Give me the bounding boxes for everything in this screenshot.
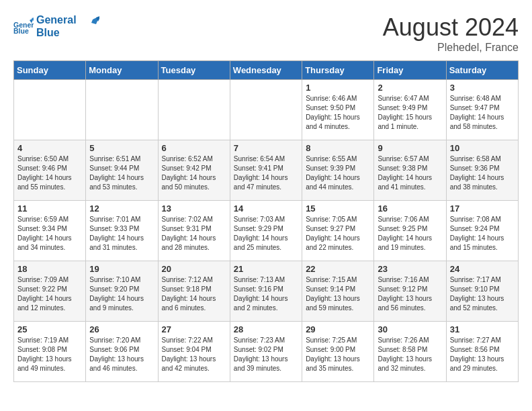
day-number: 6 [162, 143, 226, 153]
day-header-sunday: Sunday [14, 61, 86, 80]
day-info: Sunrise: 7:15 AM Sunset: 9:14 PM Dayligh… [306, 275, 370, 313]
calendar-cell [230, 80, 302, 140]
day-info: Sunrise: 6:54 AM Sunset: 9:41 PM Dayligh… [234, 154, 298, 192]
day-info: Sunrise: 7:03 AM Sunset: 9:29 PM Dayligh… [234, 215, 298, 253]
calendar-cell: 22Sunrise: 7:15 AM Sunset: 9:14 PM Dayli… [302, 261, 374, 322]
logo: General Blue General Blue [13, 13, 99, 39]
day-info: Sunrise: 7:22 AM Sunset: 9:04 PM Dayligh… [162, 336, 226, 373]
day-info: Sunrise: 6:55 AM Sunset: 9:39 PM Dayligh… [306, 154, 370, 192]
bird-icon [79, 16, 99, 36]
day-number: 14 [234, 203, 298, 214]
day-header-friday: Friday [374, 61, 446, 80]
day-info: Sunrise: 6:46 AM Sunset: 9:50 PM Dayligh… [306, 94, 370, 132]
calendar-cell: 15Sunrise: 7:05 AM Sunset: 9:27 PM Dayli… [302, 201, 374, 261]
calendar-cell: 19Sunrise: 7:10 AM Sunset: 9:20 PM Dayli… [86, 261, 158, 322]
day-number: 10 [450, 143, 515, 153]
calendar-cell: 17Sunrise: 7:08 AM Sunset: 9:24 PM Dayli… [446, 201, 518, 261]
day-info: Sunrise: 6:59 AM Sunset: 9:34 PM Dayligh… [17, 215, 82, 253]
calendar-cell [86, 80, 158, 140]
calendar-cell: 9Sunrise: 6:57 AM Sunset: 9:38 PM Daylig… [374, 140, 446, 201]
calendar-cell: 18Sunrise: 7:09 AM Sunset: 9:22 PM Dayli… [14, 261, 86, 322]
calendar-header: SundayMondayTuesdayWednesdayThursdayFrid… [14, 61, 519, 80]
calendar-cell: 14Sunrise: 7:03 AM Sunset: 9:29 PM Dayli… [230, 201, 302, 261]
calendar-cell [158, 80, 230, 140]
day-number: 5 [89, 143, 154, 153]
day-number: 7 [234, 143, 298, 153]
location-subtitle: Plehedel, France [383, 42, 519, 54]
logo-line1: General [36, 13, 77, 26]
calendar-cell: 10Sunrise: 6:58 AM Sunset: 9:36 PM Dayli… [446, 140, 518, 201]
day-info: Sunrise: 7:19 AM Sunset: 9:08 PM Dayligh… [17, 336, 82, 373]
day-info: Sunrise: 7:25 AM Sunset: 9:00 PM Dayligh… [306, 336, 370, 373]
day-number: 11 [17, 203, 82, 214]
day-number: 3 [450, 83, 515, 93]
day-info: Sunrise: 7:27 AM Sunset: 8:56 PM Dayligh… [450, 336, 515, 373]
calendar-cell: 11Sunrise: 6:59 AM Sunset: 9:34 PM Dayli… [14, 201, 86, 261]
calendar-cell: 16Sunrise: 7:06 AM Sunset: 9:25 PM Dayli… [374, 201, 446, 261]
day-number: 18 [17, 264, 82, 274]
day-number: 21 [234, 264, 298, 274]
day-number: 17 [450, 203, 515, 214]
calendar-cell: 25Sunrise: 7:19 AM Sunset: 9:08 PM Dayli… [14, 322, 86, 382]
calendar-cell: 13Sunrise: 7:02 AM Sunset: 9:31 PM Dayli… [158, 201, 230, 261]
day-number: 20 [162, 264, 226, 274]
calendar-cell: 24Sunrise: 7:17 AM Sunset: 9:10 PM Dayli… [446, 261, 518, 322]
day-number: 30 [378, 324, 442, 334]
day-info: Sunrise: 7:17 AM Sunset: 9:10 PM Dayligh… [450, 275, 515, 313]
logo-icon: General Blue [13, 16, 34, 36]
day-info: Sunrise: 6:48 AM Sunset: 9:47 PM Dayligh… [450, 94, 515, 132]
day-header-saturday: Saturday [446, 61, 518, 80]
calendar-cell: 7Sunrise: 6:54 AM Sunset: 9:41 PM Daylig… [230, 140, 302, 201]
day-info: Sunrise: 6:57 AM Sunset: 9:38 PM Dayligh… [378, 154, 442, 192]
calendar-cell: 3Sunrise: 6:48 AM Sunset: 9:47 PM Daylig… [446, 80, 518, 140]
day-number: 4 [17, 143, 82, 153]
day-info: Sunrise: 7:06 AM Sunset: 9:25 PM Dayligh… [378, 215, 442, 253]
day-info: Sunrise: 6:52 AM Sunset: 9:42 PM Dayligh… [162, 154, 226, 192]
day-number: 19 [89, 264, 154, 274]
day-number: 24 [450, 264, 515, 274]
day-header-thursday: Thursday [302, 61, 374, 80]
day-info: Sunrise: 7:23 AM Sunset: 9:02 PM Dayligh… [234, 336, 298, 373]
day-info: Sunrise: 6:50 AM Sunset: 9:46 PM Dayligh… [17, 154, 82, 192]
day-info: Sunrise: 6:58 AM Sunset: 9:36 PM Dayligh… [450, 154, 515, 192]
day-number: 25 [17, 324, 82, 334]
day-info: Sunrise: 7:13 AM Sunset: 9:16 PM Dayligh… [234, 275, 298, 313]
calendar-cell: 29Sunrise: 7:25 AM Sunset: 9:00 PM Dayli… [302, 322, 374, 382]
day-info: Sunrise: 6:47 AM Sunset: 9:49 PM Dayligh… [378, 94, 442, 132]
calendar-cell [14, 80, 86, 140]
day-number: 31 [450, 324, 515, 334]
day-info: Sunrise: 6:51 AM Sunset: 9:44 PM Dayligh… [89, 154, 154, 192]
day-number: 29 [306, 324, 370, 334]
day-number: 28 [234, 324, 298, 334]
day-info: Sunrise: 7:05 AM Sunset: 9:27 PM Dayligh… [306, 215, 370, 253]
calendar-cell: 1Sunrise: 6:46 AM Sunset: 9:50 PM Daylig… [302, 80, 374, 140]
day-number: 9 [378, 143, 442, 153]
page-header: General Blue General Blue August 2024 Pl… [13, 13, 519, 54]
title-block: August 2024 Plehedel, France [383, 13, 519, 54]
logo-line2: Blue [36, 26, 77, 39]
day-number: 22 [306, 264, 370, 274]
day-info: Sunrise: 7:26 AM Sunset: 8:58 PM Dayligh… [378, 336, 442, 373]
day-info: Sunrise: 7:09 AM Sunset: 9:22 PM Dayligh… [17, 275, 82, 313]
day-number: 15 [306, 203, 370, 214]
svg-text:Blue: Blue [13, 27, 29, 35]
calendar-cell: 23Sunrise: 7:16 AM Sunset: 9:12 PM Dayli… [374, 261, 446, 322]
day-header-tuesday: Tuesday [158, 61, 230, 80]
month-year-title: August 2024 [383, 13, 519, 42]
day-number: 27 [162, 324, 226, 334]
calendar-cell: 26Sunrise: 7:20 AM Sunset: 9:06 PM Dayli… [86, 322, 158, 382]
day-number: 8 [306, 143, 370, 153]
day-info: Sunrise: 7:01 AM Sunset: 9:33 PM Dayligh… [89, 215, 154, 253]
day-number: 16 [378, 203, 442, 214]
day-number: 2 [378, 83, 442, 93]
day-info: Sunrise: 7:08 AM Sunset: 9:24 PM Dayligh… [450, 215, 515, 253]
day-number: 26 [89, 324, 154, 334]
calendar-cell: 6Sunrise: 6:52 AM Sunset: 9:42 PM Daylig… [158, 140, 230, 201]
day-header-monday: Monday [86, 61, 158, 80]
calendar-cell: 30Sunrise: 7:26 AM Sunset: 8:58 PM Dayli… [374, 322, 446, 382]
calendar-cell: 2Sunrise: 6:47 AM Sunset: 9:49 PM Daylig… [374, 80, 446, 140]
calendar-cell: 4Sunrise: 6:50 AM Sunset: 9:46 PM Daylig… [14, 140, 86, 201]
calendar-cell: 20Sunrise: 7:12 AM Sunset: 9:18 PM Dayli… [158, 261, 230, 322]
day-info: Sunrise: 7:10 AM Sunset: 9:20 PM Dayligh… [89, 275, 154, 313]
day-number: 1 [306, 83, 370, 93]
